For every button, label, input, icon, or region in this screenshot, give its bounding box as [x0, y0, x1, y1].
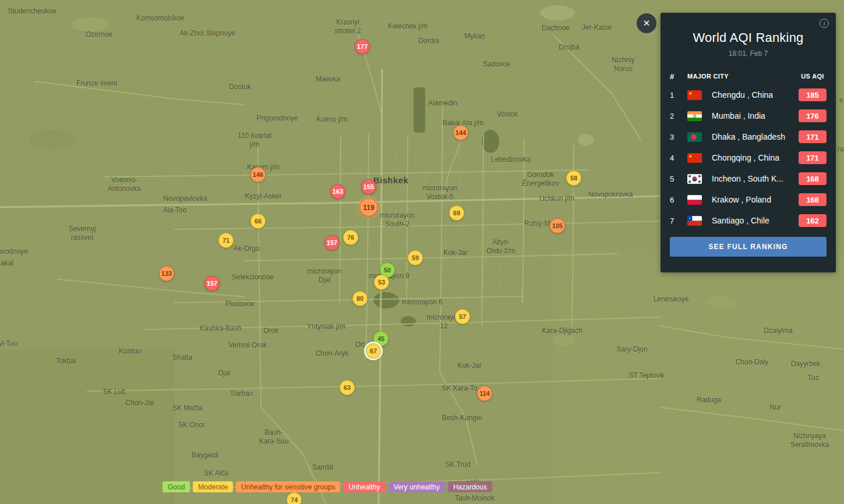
aqi-marker[interactable]: 69	[449, 205, 464, 221]
aqi-marker[interactable]: 58	[566, 171, 581, 186]
close-panel-button[interactable]: ✕	[637, 13, 656, 33]
aqi-marker[interactable]: 146	[250, 167, 266, 182]
kr-flag-icon	[687, 174, 712, 184]
aqi-badge: 185	[799, 88, 827, 101]
aqi-marker[interactable]: 76	[343, 230, 358, 245]
column-rank: #	[670, 72, 687, 81]
rank-number: 3	[670, 133, 687, 141]
in-flag-icon	[687, 111, 712, 121]
pl-flag-icon	[687, 195, 712, 205]
rank-number: 5	[670, 175, 687, 183]
rank-number: 7	[670, 216, 687, 225]
legend-very-unhealthy: Very unhealthy	[389, 481, 445, 492]
city-name: Dhaka , Bangladesh	[712, 132, 799, 141]
airvisual-map-app: StudencheskoeKomsomolskoeOzernoeAk-Zhol …	[0, 0, 844, 504]
legend-unhealthy-for-sensitive-groups: Unhealthy for sensitive groups	[236, 481, 340, 492]
aqi-marker[interactable]: 155	[361, 179, 376, 194]
legend-good: Good	[163, 481, 190, 492]
aqi-badge: 168	[799, 193, 827, 206]
city-name: Chongqing , China	[712, 153, 799, 162]
ranking-table-header: # MAJOR CITY US AQI	[670, 69, 827, 83]
city-name: Mumbai , India	[712, 111, 799, 120]
aqi-marker[interactable]: 71	[218, 233, 234, 248]
ranking-rows: 1Chengdu , China1852Mumbai , India1763Dh…	[670, 84, 827, 231]
aqi-marker[interactable]: 63	[340, 380, 355, 395]
aqi-marker[interactable]: 144	[453, 125, 468, 140]
ranking-row-2[interactable]: 2Mumbai , India176	[670, 105, 827, 126]
cl-flag-icon	[687, 216, 712, 226]
ranking-row-6[interactable]: 6Krakow , Poland168	[670, 189, 827, 210]
bd-flag-icon	[687, 132, 712, 142]
aqi-marker[interactable]: 114	[477, 386, 492, 401]
aqi-marker[interactable]: 157	[204, 276, 220, 291]
aqi-marker[interactable]: 74	[287, 492, 302, 504]
aqi-badge: 171	[799, 151, 827, 164]
city-name: Santiago , Chile	[712, 216, 799, 225]
rank-number: 2	[670, 112, 687, 120]
ranking-row-3[interactable]: 3Dhaka , Bangladesh171	[670, 126, 827, 147]
aqi-badge: 176	[799, 109, 827, 122]
aqi-marker[interactable]: 157	[324, 235, 340, 250]
ranking-row-4[interactable]: 4Chongqing , China171	[670, 147, 827, 168]
legend-moderate: Moderate	[193, 481, 233, 492]
column-us-aqi: US AQI	[799, 73, 827, 80]
aqi-marker[interactable]: 67	[366, 343, 381, 359]
info-icon[interactable]: i	[820, 19, 829, 28]
aqi-marker[interactable]: 177	[355, 39, 370, 54]
panel-timestamp: 18:01, Feb 7	[670, 49, 827, 58]
aqi-badge: 171	[799, 130, 827, 143]
rank-number: 1	[670, 91, 687, 100]
see-full-ranking-button[interactable]: SEE FULL RANKING	[670, 237, 827, 257]
aqi-marker[interactable]: 163	[330, 184, 345, 199]
ranking-row-1[interactable]: 1Chengdu , China185	[670, 84, 827, 105]
cn-flag-icon	[687, 153, 712, 163]
city-name: Incheon , South K...	[712, 174, 799, 183]
ranking-row-7[interactable]: 7Santiago , Chile162	[670, 210, 827, 231]
world-aqi-ranking-panel: i World AQI Ranking 18:01, Feb 7 # MAJOR…	[661, 13, 836, 272]
aqi-badge: 162	[799, 214, 827, 227]
aqi-badge: 168	[799, 172, 827, 185]
aqi-marker[interactable]: 59	[408, 250, 423, 265]
rank-number: 6	[670, 196, 687, 204]
panel-title: World AQI Ranking	[670, 30, 827, 45]
ranking-row-5[interactable]: 5Incheon , South K...168	[670, 168, 827, 189]
aqi-marker[interactable]: 66	[250, 214, 266, 229]
aqi-marker[interactable]: 119	[360, 198, 378, 216]
column-major-city: MAJOR CITY	[687, 73, 799, 80]
city-name: Chengdu , China	[712, 90, 799, 100]
aqi-marker[interactable]: 80	[352, 291, 368, 306]
rank-number: 4	[670, 154, 687, 162]
aqi-marker[interactable]: 133	[159, 266, 174, 281]
aqi-marker[interactable]: 53	[374, 275, 389, 290]
legend-unhealthy: Unhealthy	[343, 481, 385, 492]
cn-flag-icon	[687, 90, 712, 100]
aqi-marker[interactable]: 57	[455, 309, 470, 324]
aqi-marker[interactable]: 105	[550, 218, 565, 233]
legend-hazardous: Hazardous	[448, 481, 492, 492]
city-name: Krakow , Poland	[712, 195, 799, 204]
aqi-legend: GoodModerateUnhealthy for sensitive grou…	[163, 481, 492, 492]
